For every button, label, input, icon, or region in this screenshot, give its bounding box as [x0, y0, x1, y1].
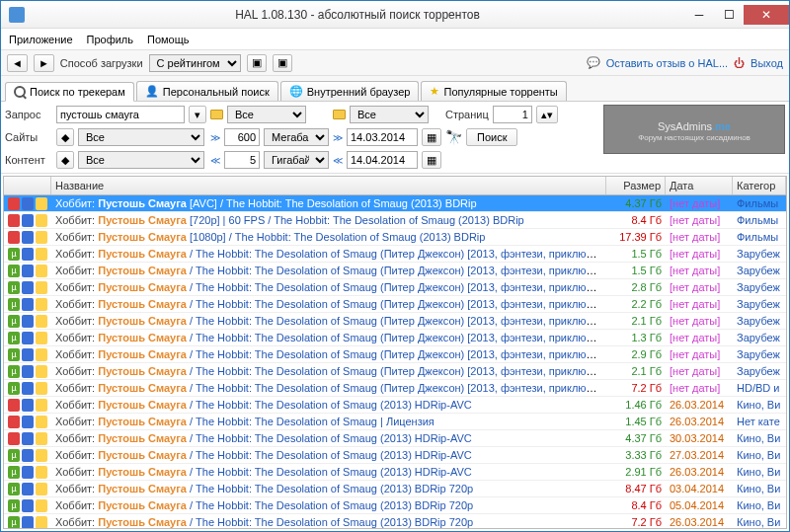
load-method-select[interactable]: С рейтингом [149, 54, 241, 72]
play-icon[interactable] [36, 281, 47, 294]
utorrent-icon[interactable]: µ [8, 298, 20, 311]
pages-step[interactable]: ▴▾ [536, 106, 558, 123]
play-icon[interactable] [36, 449, 47, 462]
save-icon[interactable] [22, 382, 34, 395]
utorrent-icon[interactable]: µ [8, 449, 20, 462]
table-row[interactable]: µХоббит: Пустошь Смауга / The Hobbit: Th… [4, 313, 786, 330]
utorrent-icon[interactable]: µ [8, 332, 20, 344]
cat2-select[interactable]: Все [350, 106, 429, 123]
play-icon[interactable] [36, 382, 47, 395]
save-icon[interactable] [22, 197, 34, 210]
play-icon[interactable] [36, 197, 47, 210]
save-icon[interactable] [22, 348, 34, 361]
size-max-input[interactable] [224, 151, 260, 169]
magnet-icon[interactable] [8, 399, 20, 412]
banner[interactable]: SysAdmins.me Форум настоящих сисадминов [603, 105, 785, 154]
unit-min-select[interactable]: Мегабайт [264, 128, 329, 146]
col-category[interactable]: Категор [733, 177, 786, 194]
play-icon[interactable] [36, 399, 47, 412]
play-icon[interactable] [36, 231, 47, 244]
save-icon[interactable] [22, 483, 34, 495]
table-row[interactable]: µХоббит: Пустошь Смауга / The Hobbit: Th… [4, 246, 786, 263]
menu-app[interactable]: Приложение [9, 34, 73, 45]
date-from-input[interactable] [347, 128, 418, 146]
magnet-icon[interactable] [8, 416, 20, 428]
play-icon[interactable] [36, 466, 47, 479]
menu-help[interactable]: Помощь [147, 34, 190, 45]
utorrent-icon[interactable]: µ [8, 516, 20, 529]
table-row[interactable]: Хоббит: Пустошь Смауга / The Hobbit: The… [4, 414, 786, 430]
utorrent-icon[interactable]: µ [8, 348, 20, 361]
table-row[interactable]: µХоббит: Пустошь Смауга / The Hobbit: Th… [4, 346, 786, 363]
play-icon[interactable] [36, 332, 47, 344]
play-icon[interactable] [36, 483, 47, 495]
play-icon[interactable] [36, 248, 47, 261]
exit-link[interactable]: Выход [750, 57, 783, 69]
pages-input[interactable] [493, 106, 532, 123]
utorrent-icon[interactable]: µ [8, 365, 20, 378]
save-icon[interactable] [22, 281, 34, 294]
content-select[interactable]: Все [78, 151, 204, 169]
save-icon[interactable] [22, 231, 34, 244]
save-icon[interactable] [22, 298, 34, 311]
utorrent-icon[interactable]: µ [8, 265, 20, 277]
table-row[interactable]: Хоббит: Пустошь Смауга [720p] | 60 FPS /… [4, 212, 786, 229]
menu-profile[interactable]: Профиль [87, 34, 134, 45]
play-icon[interactable] [36, 516, 47, 529]
table-row[interactable]: µХоббит: Пустошь Смауга / The Hobbit: Th… [4, 464, 786, 481]
save-icon[interactable] [22, 214, 34, 227]
play-icon[interactable] [36, 315, 47, 328]
table-row[interactable]: µХоббит: Пустошь Смауга / The Hobbit: Th… [4, 263, 786, 279]
calendar-icon[interactable]: ▦ [422, 128, 441, 146]
utorrent-icon[interactable]: µ [8, 382, 20, 395]
play-icon[interactable] [36, 432, 47, 445]
content-icon[interactable]: ◆ [56, 151, 74, 169]
magnet-icon[interactable] [8, 214, 20, 227]
save-icon[interactable] [22, 265, 34, 277]
save-icon[interactable] [22, 466, 34, 479]
close-button[interactable]: ✕ [744, 5, 789, 25]
table-row[interactable]: µХоббит: Пустошь Смауга / The Hobbit: Th… [4, 279, 786, 296]
tab-trackers[interactable]: Поиск по трекерам [5, 82, 134, 102]
table-row[interactable]: µХоббит: Пустошь Смауга / The Hobbit: Th… [4, 330, 786, 346]
nav-back-button[interactable]: ◄ [7, 54, 28, 72]
table-row[interactable]: Хоббит: Пустошь Смауга [AVC] / The Hobbi… [4, 195, 786, 212]
calendar-icon[interactable]: ▦ [422, 151, 441, 169]
save-icon[interactable] [22, 248, 34, 261]
col-icons[interactable] [4, 177, 51, 194]
table-row[interactable]: µХоббит: Пустошь Смауга / The Hobbit: Th… [4, 514, 786, 529]
table-row[interactable]: Хоббит: Пустошь Смауга [1080p] / The Hob… [4, 229, 786, 246]
save-icon[interactable] [22, 449, 34, 462]
tool-btn-b[interactable]: ▣ [273, 54, 292, 72]
sites-select[interactable]: Все [78, 128, 204, 146]
cat1-select[interactable]: Все [227, 106, 306, 123]
tab-browser[interactable]: 🌐Внутренний браузер [280, 81, 420, 101]
save-icon[interactable] [22, 332, 34, 344]
unit-max-select[interactable]: Гигабайт [264, 151, 329, 169]
utorrent-icon[interactable]: µ [8, 315, 20, 328]
maximize-button[interactable]: ☐ [714, 5, 744, 25]
table-row[interactable]: µХоббит: Пустошь Смауга / The Hobbit: Th… [4, 296, 786, 313]
save-icon[interactable] [22, 315, 34, 328]
play-icon[interactable] [36, 298, 47, 311]
tab-personal[interactable]: 👤Персональный поиск [136, 81, 278, 101]
utorrent-icon[interactable]: µ [8, 281, 20, 294]
table-row[interactable]: µХоббит: Пустошь Смауга / The Hobbit: Th… [4, 363, 786, 380]
tool-btn-a[interactable]: ▣ [247, 54, 267, 72]
play-icon[interactable] [36, 499, 47, 512]
utorrent-icon[interactable]: µ [8, 248, 20, 261]
save-icon[interactable] [22, 499, 34, 512]
save-icon[interactable] [22, 432, 34, 445]
magnet-icon[interactable] [8, 231, 20, 244]
col-size[interactable]: Размер [606, 177, 666, 194]
save-icon[interactable] [22, 399, 34, 412]
save-icon[interactable] [22, 516, 34, 529]
play-icon[interactable] [36, 214, 47, 227]
col-date[interactable]: Дата [666, 177, 733, 194]
table-row[interactable]: Хоббит: Пустошь Смауга / The Hobbit: The… [4, 397, 786, 414]
utorrent-icon[interactable]: µ [8, 466, 20, 479]
save-icon[interactable] [22, 416, 34, 428]
col-name[interactable]: Название [51, 177, 606, 194]
query-input[interactable] [56, 106, 185, 123]
table-row[interactable]: µХоббит: Пустошь Смауга / The Hobbit: Th… [4, 481, 786, 497]
